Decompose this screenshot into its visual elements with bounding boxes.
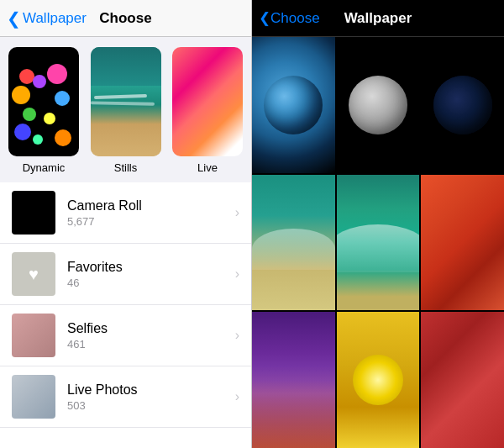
- wallpaper-cell-purple[interactable]: [252, 312, 335, 448]
- stills-inner: [91, 47, 161, 156]
- live-thumb: [172, 47, 243, 156]
- album-info-favorites: Favorites 46: [67, 260, 235, 289]
- chevron-left-icon: ❮: [7, 8, 21, 29]
- wallpaper-cell-yellow[interactable]: [337, 312, 420, 448]
- dot: [33, 134, 43, 145]
- wallpaper-cell-red-flowers[interactable]: [421, 312, 504, 448]
- dot: [33, 75, 46, 88]
- chevron-right-icon: ›: [235, 205, 239, 220]
- album-info-camera-roll: Camera Roll 5,677: [67, 198, 235, 228]
- chevron-right-icon-2: ›: [235, 266, 239, 282]
- chevron-right-icon-3: ›: [235, 328, 239, 343]
- wallpaper-cell-flower[interactable]: [421, 175, 504, 311]
- album-info-selfies: Selfies 461: [67, 321, 235, 350]
- album-item-live-photos[interactable]: Live Photos 503 ›: [0, 366, 251, 428]
- album-count-selfies: 461: [67, 338, 235, 350]
- wave2: [337, 224, 420, 272]
- right-back-button[interactable]: ❮ Choose: [259, 9, 320, 27]
- live-label: Live: [197, 161, 218, 174]
- album-name-camera-roll: Camera Roll: [67, 198, 235, 213]
- wallpaper-cell-ocean2[interactable]: [337, 175, 420, 311]
- wallpaper-cell-ocean1[interactable]: [252, 175, 335, 311]
- album-list: Camera Roll 5,677 › ♥ Favorites 46 › Sel…: [0, 182, 251, 448]
- wallpaper-cell-earth[interactable]: [252, 37, 335, 173]
- right-nav-title: Wallpaper: [344, 10, 412, 27]
- album-thumb-camera-roll: [12, 191, 55, 235]
- stills-thumb: [91, 47, 161, 156]
- album-count-live-photos: 503: [67, 399, 235, 412]
- left-back-button[interactable]: ❮ Wallpaper: [7, 8, 87, 29]
- wallpaper-type-dynamic[interactable]: Dynamic: [8, 47, 79, 174]
- dynamic-thumb: [8, 47, 79, 156]
- album-name-live-photos: Live Photos: [67, 382, 235, 398]
- right-back-label: Choose: [270, 10, 320, 27]
- dot: [47, 64, 67, 84]
- album-info-live-photos: Live Photos 503: [67, 382, 235, 412]
- left-nav-title: Choose: [99, 10, 151, 27]
- stills-label: Stills: [114, 161, 137, 174]
- purple-overlay: [252, 380, 335, 448]
- album-item-favorites[interactable]: ♥ Favorites 46 ›: [0, 244, 251, 305]
- left-back-label: Wallpaper: [23, 10, 87, 27]
- dot: [14, 124, 31, 140]
- dot: [44, 113, 55, 124]
- album-thumb-selfies: [12, 314, 55, 357]
- right-panel: ❮ Choose Wallpaper: [252, 0, 504, 448]
- beach-sky: [91, 47, 161, 91]
- left-nav-bar: ❮ Wallpaper Choose: [0, 0, 251, 37]
- dot: [12, 86, 30, 104]
- night-earth-sphere: [433, 76, 492, 134]
- yellow-center: [353, 355, 403, 405]
- right-nav-bar: ❮ Choose Wallpaper: [252, 0, 504, 37]
- dot: [55, 129, 71, 146]
- album-item-camera-roll[interactable]: Camera Roll 5,677 ›: [0, 182, 251, 244]
- album-count-camera-roll: 5,677: [67, 215, 235, 228]
- wallpaper-cell-night-earth[interactable]: [421, 37, 504, 173]
- album-item-selfies[interactable]: Selfies 461 ›: [0, 305, 251, 366]
- beach-sand: [91, 124, 161, 156]
- right-chevron-left-icon: ❮: [259, 9, 270, 27]
- album-thumb-live-photos: [12, 375, 55, 419]
- album-name-favorites: Favorites: [67, 260, 235, 275]
- wallpaper-type-stills[interactable]: Stills: [91, 47, 161, 174]
- wallpaper-cell-moon[interactable]: [337, 37, 420, 173]
- album-name-selfies: Selfies: [67, 321, 235, 336]
- wallpaper-grid: [252, 37, 504, 448]
- dot: [23, 108, 36, 121]
- album-thumb-favorites: ♥: [12, 252, 55, 296]
- wallpaper-type-live[interactable]: Live: [172, 47, 243, 174]
- album-count-favorites: 46: [67, 277, 235, 289]
- dot: [55, 91, 70, 106]
- dots-container: [8, 47, 79, 156]
- left-panel: ❮ Wallpaper Choose: [0, 0, 252, 448]
- wave: [252, 229, 335, 270]
- chevron-right-icon-4: ›: [235, 389, 239, 404]
- dot: [19, 69, 34, 84]
- dynamic-label: Dynamic: [23, 161, 66, 174]
- wallpaper-types: Dynamic Stills Live: [0, 37, 251, 179]
- heart-icon: ♥: [29, 265, 39, 284]
